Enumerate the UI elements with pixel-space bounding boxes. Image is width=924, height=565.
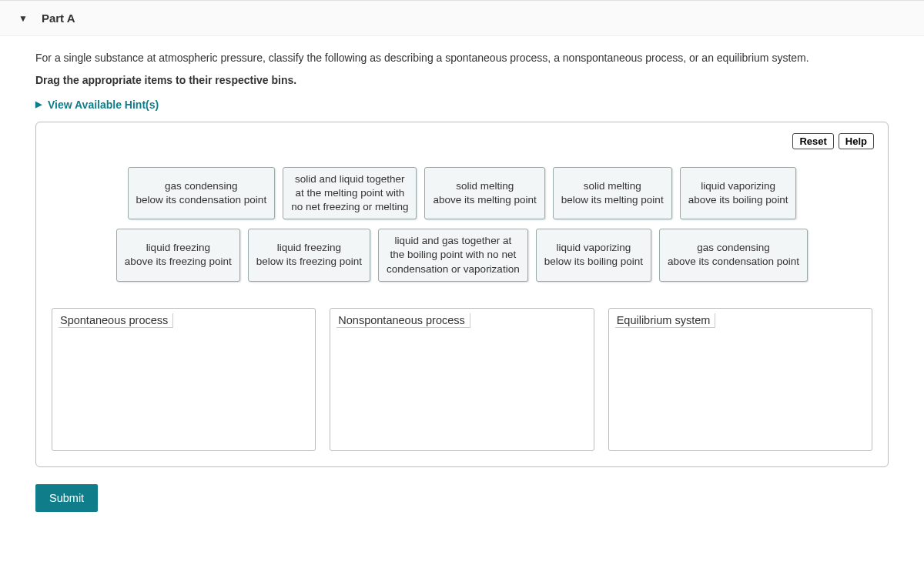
draggable-item[interactable]: liquid and gas together at the boiling p… xyxy=(378,229,528,282)
draggable-item[interactable]: gas condensing above its condensation po… xyxy=(659,229,808,282)
chevron-right-icon: ▶ xyxy=(35,99,42,109)
draggable-item[interactable]: liquid vaporizing below its boiling poin… xyxy=(536,229,651,282)
prompt-text: For a single substance at atmospheric pr… xyxy=(35,50,889,66)
draggable-item[interactable]: gas condensing below its condensation po… xyxy=(128,167,276,220)
bin-equilibrium[interactable]: Equilibrium system xyxy=(608,308,872,451)
draggable-item[interactable]: solid melting above its melting point xyxy=(424,167,544,220)
bin-label: Nonspontaneous process xyxy=(336,313,470,328)
draggable-item[interactable]: liquid freezing above its freezing point xyxy=(116,229,240,282)
bin-label: Equilibrium system xyxy=(615,313,716,328)
prompt-instruction: Drag the appropriate items to their resp… xyxy=(35,74,889,86)
hints-label: View Available Hint(s) xyxy=(48,99,159,111)
reset-button[interactable]: Reset xyxy=(792,133,833,149)
activity-area: Reset Help gas condensing below its cond… xyxy=(35,122,889,467)
bin-label: Spontaneous process xyxy=(59,313,173,328)
view-hints-button[interactable]: ▶ View Available Hint(s) xyxy=(35,99,159,111)
draggable-items-area: gas condensing below its condensation po… xyxy=(52,167,872,282)
help-button[interactable]: Help xyxy=(839,133,874,149)
draggable-item[interactable]: solid and liquid together at the melting… xyxy=(283,167,417,220)
draggable-item[interactable]: liquid freezing below its freezing point xyxy=(248,229,370,282)
draggable-item[interactable]: liquid vaporizing above its boiling poin… xyxy=(680,167,797,220)
bin-spontaneous[interactable]: Spontaneous process xyxy=(52,308,316,451)
draggable-item[interactable]: solid melting below its melting point xyxy=(553,167,672,220)
part-header[interactable]: ▼ Part A xyxy=(0,1,924,36)
submit-button[interactable]: Submit xyxy=(35,484,98,512)
collapse-icon: ▼ xyxy=(18,13,28,24)
bin-nonspontaneous[interactable]: Nonspontaneous process xyxy=(330,308,594,451)
part-title: Part A xyxy=(42,12,75,25)
